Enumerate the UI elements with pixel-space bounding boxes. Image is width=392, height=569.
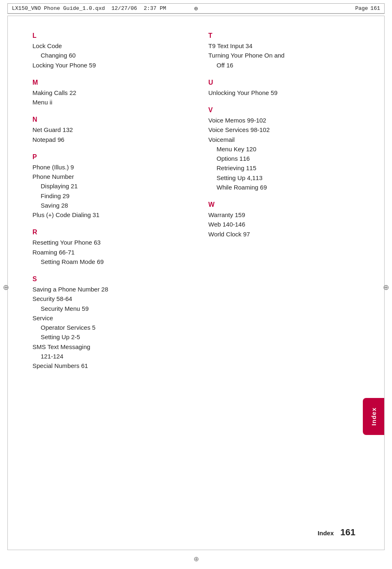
index-section: MMaking Calls 22Menu ii <box>32 79 184 107</box>
index-section: UUnlocking Your Phone 59 <box>208 79 360 97</box>
index-entry: Menu Key 120 <box>208 144 360 154</box>
index-entry: T9 Text Input 34 <box>208 41 360 51</box>
section-letter: V <box>208 106 360 114</box>
index-section: WWarranty 159Web 140-146World Clock 97 <box>208 201 360 239</box>
index-entry: Finding 29 <box>32 191 184 201</box>
header-crosshair: ⊕ <box>194 5 198 13</box>
section-letter: S <box>32 275 184 283</box>
index-entry: Security 58-64 <box>32 294 184 303</box>
index-entry: Lock Code <box>32 41 184 51</box>
index-section: PPhone (Illus.) 9Phone NumberDisplaying … <box>32 153 184 220</box>
left-crosshair: ⊕ <box>3 283 9 292</box>
index-entry: Phone Number <box>32 172 184 181</box>
index-entry: Voice Services 98-102 <box>208 125 360 134</box>
index-entry: Displaying 21 <box>32 181 184 191</box>
index-section: TT9 Text Input 34Turning Your Phone On a… <box>208 32 360 70</box>
index-entry: World Clock 97 <box>208 229 360 239</box>
index-entry: Unlocking Your Phone 59 <box>208 88 360 97</box>
section-letter: W <box>208 201 360 208</box>
header-time: 2:37 PM <box>144 5 166 12</box>
index-tab: Index <box>363 398 384 435</box>
bottom-crosshair: ⊕ <box>194 555 199 563</box>
index-entry: Service <box>32 313 184 323</box>
page-border: ⊕ ⊕ LLock CodeChanging 60Locking Your Ph… <box>7 16 385 550</box>
right-column: TT9 Text Input 34Turning Your Phone On a… <box>196 32 360 379</box>
top-rule <box>7 14 385 14</box>
hline-bottom <box>8 550 384 550</box>
header-page-number: 161 <box>371 5 380 12</box>
index-entry: Web 140-146 <box>208 220 360 229</box>
section-letter: U <box>208 79 360 86</box>
index-entry: Making Calls 22 <box>32 88 184 97</box>
header-filename: LX150_VNO Phone Guide_1.0.qxd <box>12 5 105 12</box>
section-letter: N <box>32 116 184 123</box>
index-entry: Changing 60 <box>32 51 184 60</box>
section-letter: M <box>32 79 184 86</box>
index-entry: Roaming 66-71 <box>32 247 184 257</box>
hline-top <box>8 16 384 16</box>
index-entry: Setting Up 2-5 <box>32 332 184 342</box>
index-entry: Net Guard 132 <box>32 125 184 134</box>
index-entry: Special Numbers 61 <box>32 361 184 370</box>
index-entry: 121-124 <box>32 352 184 361</box>
index-entry: Saving 28 <box>32 201 184 210</box>
footer: Index 161 <box>318 527 355 538</box>
index-tab-label: Index <box>370 407 377 426</box>
index-entry: Voice Memos 99-102 <box>208 116 360 125</box>
index-entry: Menu ii <box>32 97 184 107</box>
index-entry: Phone (Illus.) 9 <box>32 162 184 172</box>
left-column: LLock CodeChanging 60Locking Your Phone … <box>32 32 196 379</box>
section-letter: L <box>32 32 184 39</box>
index-entry: SMS Text Messaging <box>32 342 184 352</box>
index-entry: Plus (+) Code Dialing 31 <box>32 210 184 220</box>
header-page-label: Page <box>355 5 368 12</box>
index-entry: Resetting Your Phone 63 <box>32 238 184 247</box>
index-section: NNet Guard 132Notepad 96 <box>32 116 184 144</box>
index-section: RResetting Your Phone 63Roaming 66-71Set… <box>32 229 184 266</box>
index-entry: Saving a Phone Number 28 <box>32 284 184 294</box>
index-entry: Retrieving 115 <box>208 163 360 173</box>
index-entry: Voicemail <box>208 135 360 144</box>
index-section: SSaving a Phone Number 28Security 58-64S… <box>32 275 184 370</box>
index-entry: Warranty 159 <box>208 210 360 220</box>
index-entry: While Roaming 69 <box>208 183 360 192</box>
index-entry: Locking Your Phone 59 <box>32 60 184 70</box>
index-entry: Setting Roam Mode 69 <box>32 257 184 266</box>
index-entry: Turning Your Phone On and <box>208 51 360 60</box>
section-letter: P <box>32 153 184 161</box>
index-entry: Notepad 96 <box>32 135 184 144</box>
index-entry: Off 16 <box>208 60 360 70</box>
index-entry: Security Menu 59 <box>32 304 184 313</box>
index-section: LLock CodeChanging 60Locking Your Phone … <box>32 32 184 70</box>
index-entry: Options 116 <box>208 154 360 163</box>
main-content: LLock CodeChanging 60Locking Your Phone … <box>8 16 384 396</box>
index-entry: Operator Services 5 <box>32 323 184 332</box>
bottom-area: ⊕ <box>7 552 385 564</box>
header-date: 12/27/06 <box>111 5 137 12</box>
footer-label: Index <box>318 530 334 537</box>
header-bar: LX150_VNO Phone Guide_1.0.qxd 12/27/06 2… <box>7 3 385 14</box>
section-letter: T <box>208 32 360 39</box>
footer-page: 161 <box>340 527 355 538</box>
section-letter: R <box>32 229 184 236</box>
right-crosshair: ⊕ <box>383 283 389 292</box>
index-section: VVoice Memos 99-102Voice Services 98-102… <box>208 106 360 192</box>
index-entry: Setting Up 4,113 <box>208 173 360 183</box>
